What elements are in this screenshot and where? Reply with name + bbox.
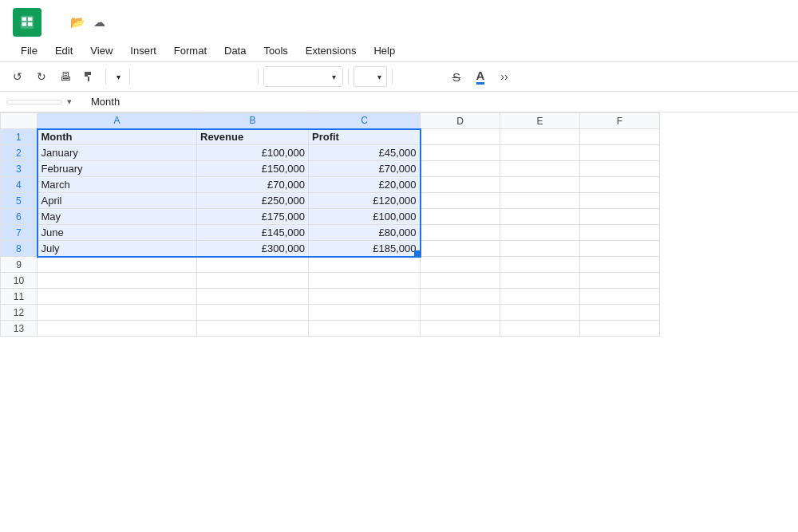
data-cell[interactable] [197, 273, 309, 289]
data-cell[interactable] [500, 305, 580, 321]
data-cell[interactable] [500, 129, 580, 145]
font-size-selector[interactable]: ▾ [354, 66, 387, 87]
data-cell[interactable]: £80,000 [309, 225, 421, 241]
decimal-increase-button[interactable] [207, 65, 229, 88]
data-cell[interactable] [500, 161, 580, 177]
data-cell[interactable] [580, 177, 660, 193]
data-cell[interactable]: March [38, 177, 197, 193]
data-cell[interactable]: £45,000 [309, 145, 421, 161]
data-cell[interactable] [309, 321, 421, 337]
currency-button[interactable] [135, 65, 157, 88]
row-header[interactable]: 5 [1, 193, 38, 209]
data-cell[interactable] [421, 161, 500, 177]
font-name-selector[interactable]: ▾ [263, 66, 343, 87]
data-cell[interactable] [500, 225, 580, 241]
data-cell[interactable] [309, 257, 421, 273]
row-header[interactable]: 12 [1, 305, 38, 321]
undo-button[interactable]: ↺ [6, 65, 29, 88]
data-cell[interactable]: £100,000 [309, 209, 421, 225]
data-cell[interactable] [421, 177, 500, 193]
data-cell[interactable] [500, 321, 580, 337]
more-toolbar-button[interactable]: ›› [493, 65, 516, 88]
data-cell[interactable] [309, 273, 421, 289]
data-cell[interactable] [421, 225, 500, 241]
row-header[interactable]: 10 [1, 273, 38, 289]
folder-icon[interactable]: 📂 [70, 15, 85, 30]
data-cell[interactable] [580, 321, 660, 337]
data-cell[interactable] [500, 145, 580, 161]
strikethrough-button[interactable]: S [445, 65, 468, 88]
row-header[interactable]: 11 [1, 289, 38, 305]
data-cell[interactable] [580, 289, 660, 305]
data-cell[interactable] [197, 321, 309, 337]
data-cell[interactable]: £70,000 [197, 177, 309, 193]
zoom-selector[interactable]: ▾ [111, 70, 124, 84]
row-header[interactable]: 8 [1, 241, 38, 257]
col-header-d[interactable]: D [421, 113, 500, 129]
fill-handle[interactable] [414, 250, 421, 257]
data-cell[interactable]: £150,000 [197, 161, 309, 177]
data-cell[interactable] [580, 145, 660, 161]
menu-extensions[interactable]: Extensions [298, 41, 365, 60]
italic-button[interactable] [421, 65, 444, 88]
data-cell[interactable] [500, 241, 580, 257]
menu-edit[interactable]: Edit [47, 41, 81, 60]
data-cell[interactable] [309, 305, 421, 321]
data-cell[interactable] [421, 193, 500, 209]
col-header-e[interactable]: E [500, 113, 580, 129]
menu-tools[interactable]: Tools [255, 41, 295, 60]
data-cell[interactable] [421, 209, 500, 225]
data-cell[interactable] [500, 209, 580, 225]
data-cell[interactable] [421, 289, 500, 305]
data-cell[interactable] [500, 273, 580, 289]
data-cell[interactable]: £20,000 [309, 177, 421, 193]
data-cell[interactable] [500, 193, 580, 209]
formula-input[interactable] [88, 94, 792, 109]
data-cell[interactable] [421, 305, 500, 321]
data-cell[interactable]: Month [38, 129, 197, 145]
col-header-c[interactable]: C [309, 113, 421, 129]
row-header[interactable]: 3 [1, 161, 38, 177]
cell-reference-box[interactable] [6, 100, 62, 104]
menu-insert[interactable]: Insert [122, 41, 164, 60]
row-header[interactable]: 9 [1, 257, 38, 273]
data-cell[interactable] [500, 257, 580, 273]
row-header[interactable]: 6 [1, 209, 38, 225]
data-cell[interactable]: February [38, 161, 197, 177]
data-cell[interactable]: £175,000 [197, 209, 309, 225]
data-cell[interactable] [580, 305, 660, 321]
row-header[interactable]: 2 [1, 145, 38, 161]
text-color-button[interactable]: A [469, 65, 492, 88]
data-cell[interactable] [580, 225, 660, 241]
data-cell[interactable]: Revenue [197, 129, 309, 145]
data-cell[interactable]: June [38, 225, 197, 241]
menu-view[interactable]: View [82, 41, 120, 60]
more-formats-button[interactable] [231, 65, 253, 88]
data-cell[interactable] [421, 321, 500, 337]
menu-format[interactable]: Format [166, 41, 215, 60]
data-cell[interactable] [38, 289, 197, 305]
percent-button[interactable] [159, 65, 181, 88]
data-cell[interactable]: £70,000 [309, 161, 421, 177]
data-cell[interactable]: £300,000 [197, 241, 309, 257]
data-cell[interactable] [197, 305, 309, 321]
row-header[interactable]: 13 [1, 321, 38, 337]
data-cell[interactable]: £185,000 [309, 241, 421, 257]
data-cell[interactable]: Profit [309, 129, 421, 145]
row-header[interactable]: 1 [1, 129, 38, 145]
data-cell[interactable] [580, 257, 660, 273]
data-cell[interactable] [38, 321, 197, 337]
data-cell[interactable] [421, 273, 500, 289]
decimal-decrease-button[interactable] [183, 65, 205, 88]
data-cell[interactable] [38, 305, 197, 321]
data-cell[interactable] [421, 129, 500, 145]
data-cell[interactable] [197, 289, 309, 305]
menu-file[interactable]: File [13, 41, 45, 60]
data-cell[interactable] [580, 241, 660, 257]
data-cell[interactable] [421, 145, 500, 161]
col-header-b[interactable]: B [197, 113, 309, 129]
data-cell[interactable] [421, 241, 500, 257]
data-cell[interactable]: January [38, 145, 197, 161]
data-cell[interactable]: £250,000 [197, 193, 309, 209]
data-cell[interactable]: July [38, 241, 197, 257]
